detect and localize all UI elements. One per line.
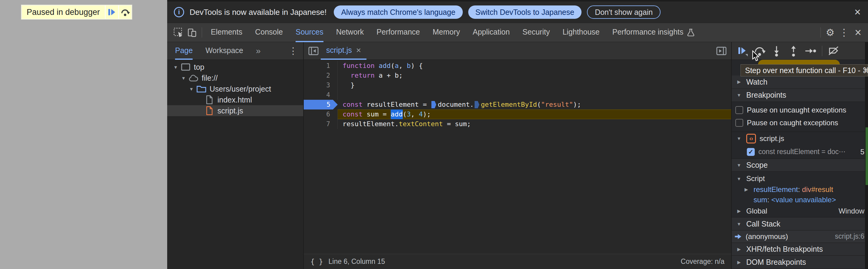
pretty-print-icon[interactable]: { } [310, 258, 323, 266]
close-devtools-icon[interactable]: × [851, 23, 865, 42]
tab-lighthouse[interactable]: Lighthouse [556, 23, 606, 42]
code-line-text[interactable] [338, 90, 731, 100]
call-stack-label: Call Stack [746, 220, 780, 228]
debugger-toolbar-divider [822, 46, 822, 56]
expand-arrow-icon[interactable]: ▼ [172, 64, 180, 70]
expand-arrow-icon[interactable]: ▼ [187, 86, 196, 91]
close-tab-icon[interactable]: × [356, 46, 361, 55]
breakpoint-group-scriptjs[interactable]: ▼ ‹› script.js [732, 132, 868, 145]
step-over-icon [120, 7, 130, 17]
line-number[interactable]: 2 [304, 71, 338, 80]
inspect-element-button[interactable] [172, 23, 185, 42]
resume-button[interactable] [735, 43, 750, 59]
tree-item-script-js[interactable]: script.js [167, 105, 303, 116]
breakpoint-entry-row[interactable]: ✓ const resultElement = doc⋯ 5 [732, 145, 868, 159]
code-line-text[interactable]: function add(a, b) { [338, 61, 731, 71]
tab-console[interactable]: Console [249, 23, 289, 42]
editor-tab-scriptjs[interactable]: script.js × [321, 42, 367, 60]
dont-show-again-button[interactable]: Don't show again [587, 5, 660, 19]
scope-var-sum[interactable]: sum: <value unavailable> [732, 195, 868, 205]
frame-icon [180, 62, 191, 72]
var-value-tag: div [802, 185, 811, 193]
tree-item-index-html[interactable]: index.html [167, 94, 303, 105]
section-breakpoints[interactable]: ▼ Breakpoints [732, 89, 868, 102]
code-token: const [343, 100, 363, 109]
panel-left-icon [308, 46, 319, 55]
line-number[interactable]: 4 [304, 90, 338, 100]
code-token: a + b; [375, 71, 403, 80]
chevron-down-icon: ▼ [735, 221, 743, 226]
pause-uncaught-label: Pause on uncaught exceptions [747, 106, 846, 114]
code-token: ); [573, 100, 581, 109]
section-dom-breakpoints[interactable]: ▶ DOM Breakpoints [732, 255, 868, 269]
tab-network[interactable]: Network [330, 23, 370, 42]
code-line-text[interactable]: const resultElement = document.getElemen… [338, 100, 731, 109]
tab-security[interactable]: Security [516, 23, 556, 42]
switch-devtools-japanese-button[interactable]: Switch DevTools to Japanese [468, 5, 582, 19]
pause-caught-checkbox[interactable] [735, 119, 743, 127]
scope-script-section[interactable]: ▼ Script [732, 173, 868, 184]
file-icon [204, 95, 215, 105]
section-xhr-breakpoints[interactable]: ▶ XHR/fetch Breakpoints [732, 243, 868, 256]
hide-navigator-button[interactable] [306, 42, 321, 60]
tab-performance-insights[interactable]: Performance insights [606, 23, 702, 42]
filejs-icon [204, 106, 215, 115]
tab-performance[interactable]: Performance [370, 23, 426, 42]
tab-memory[interactable]: Memory [426, 23, 466, 42]
tree-item-users-user-project[interactable]: ▼Users/user/project [167, 83, 303, 94]
tab-elements[interactable]: Elements [205, 23, 249, 42]
inline-breakpoint-marker[interactable] [474, 101, 479, 108]
line-number[interactable]: 1 [304, 61, 338, 71]
call-stack-frame[interactable]: (anonymous) script.js:6 [732, 231, 868, 243]
folder-icon [196, 84, 207, 94]
editor-statusbar: { } Line 6, Column 15 Coverage: n/a [304, 254, 731, 269]
breakpoint-group-label: script.js [760, 134, 784, 143]
code-token: a [395, 61, 399, 71]
tab-application[interactable]: Application [466, 23, 516, 42]
notification-close-icon[interactable]: × [855, 7, 861, 18]
code-token: , [411, 109, 419, 119]
scope-global-section[interactable]: ▶ Global Window [732, 205, 868, 217]
step-into-button[interactable] [769, 43, 784, 59]
device-toolbar-button[interactable] [185, 23, 199, 42]
tree-item-top[interactable]: ▼top [167, 61, 303, 73]
chevron-right-icon: ▶ [735, 79, 743, 85]
line-number[interactable]: 6 [304, 109, 338, 119]
tree-item-file-[interactable]: ▼file:// [167, 73, 303, 83]
step-over-button-banner[interactable] [118, 5, 131, 19]
tab-sources[interactable]: Sources [289, 23, 330, 42]
breakpoint-line-number-marker[interactable]: 5 [304, 100, 338, 109]
line-number[interactable]: 3 [304, 80, 338, 90]
expand-arrow-icon[interactable]: ▼ [179, 76, 188, 81]
inline-breakpoint-marker[interactable] [431, 101, 436, 108]
always-match-language-button[interactable]: Always match Chrome's language [334, 5, 462, 19]
pause-uncaught-checkbox[interactable] [735, 106, 743, 114]
settings-gear-icon[interactable]: ⚙ [823, 23, 837, 42]
scope-var-resultelement[interactable]: ▶ resultElement: div#result [732, 184, 868, 195]
code-line-text[interactable]: return a + b; [338, 71, 731, 80]
deactivate-breakpoints-button[interactable] [826, 43, 842, 59]
device-toolbar-icon [187, 27, 197, 37]
step-button[interactable] [803, 43, 818, 59]
code-lines[interactable]: 1function add(a, b) {2 return a + b;3 }4… [304, 60, 731, 254]
tab-page[interactable]: Page [175, 42, 193, 60]
more-tabs-icon[interactable]: » [256, 46, 261, 56]
xhr-breakpoints-label: XHR/fetch Breakpoints [746, 245, 823, 253]
more-options-icon[interactable]: ⋮ [837, 23, 851, 42]
code-line-text[interactable]: } [338, 80, 731, 90]
cloud-icon [188, 73, 199, 83]
breakpoint-checkbox[interactable]: ✓ [747, 148, 755, 156]
section-scope[interactable]: ▼ Scope [732, 159, 868, 172]
navigator-menu-icon[interactable]: ⋮ [289, 46, 300, 56]
resume-script-button[interactable] [105, 5, 118, 19]
section-call-stack[interactable]: ▼ Call Stack [732, 217, 868, 231]
global-label: Global [746, 207, 767, 215]
show-debugger-sidebar-button[interactable] [714, 42, 729, 60]
tab-workspace[interactable]: Workspace [205, 42, 243, 60]
step-out-button[interactable] [786, 43, 801, 59]
line-number[interactable]: 7 [304, 119, 338, 129]
code-token: return [351, 71, 375, 80]
code-line-text[interactable]: const sum = add(3, 4); [338, 109, 731, 119]
code-line-text[interactable]: resultElement.textContent = sum; [338, 119, 731, 129]
section-watch[interactable]: ▶ Watch [732, 76, 868, 89]
